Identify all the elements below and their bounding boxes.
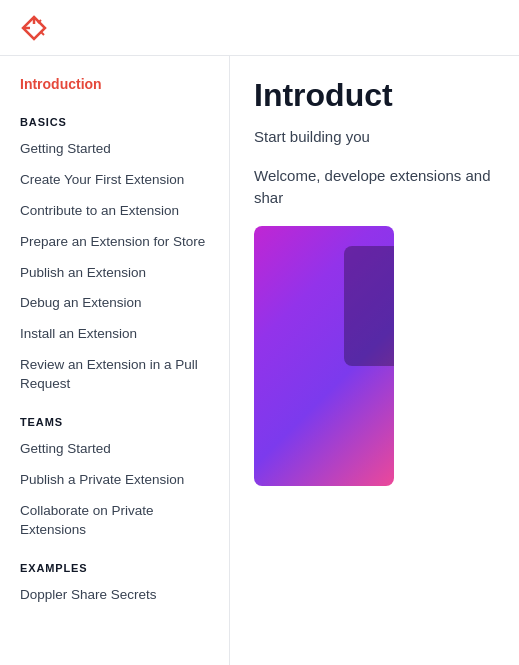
content-welcome: Welcome, develope extensions and shar [254, 165, 495, 210]
main-content: Introduction BASICSGetting StartedCreate… [0, 56, 519, 665]
content-title: Introduct [254, 76, 495, 114]
sidebar-section-label: TEAMS [0, 408, 229, 434]
header [0, 0, 519, 56]
sidebar-active-introduction[interactable]: Introduction [0, 72, 229, 96]
sidebar-link[interactable]: Create Your First Extension [0, 165, 229, 196]
sidebar-link[interactable]: Publish an Extension [0, 258, 229, 289]
sidebar-section-label: BASICS [0, 108, 229, 134]
raycast-logo[interactable] [16, 10, 52, 46]
sidebar-link[interactable]: Publish a Private Extension [0, 465, 229, 496]
sidebar-section-teams: TEAMSGetting StartedPublish a Private Ex… [0, 408, 229, 546]
sidebar-link[interactable]: Contribute to an Extension [0, 196, 229, 227]
sidebar-link[interactable]: Install an Extension [0, 319, 229, 350]
sidebar: Introduction BASICSGetting StartedCreate… [0, 56, 230, 665]
sidebar-section-basics: BASICSGetting StartedCreate Your First E… [0, 108, 229, 400]
sidebar-link[interactable]: Getting Started [0, 434, 229, 465]
content-hero-image [254, 226, 394, 486]
sidebar-section-label: EXAMPLES [0, 554, 229, 580]
sidebar-link[interactable]: Collaborate on Private Extensions [0, 496, 229, 546]
sidebar-link[interactable]: Debug an Extension [0, 288, 229, 319]
sidebar-link[interactable]: Doppler Share Secrets [0, 580, 229, 611]
sidebar-section-examples: EXAMPLESDoppler Share Secrets [0, 554, 229, 611]
content-subtitle: Start building you [254, 126, 495, 149]
content-area: Introduct Start building you Welcome, de… [230, 56, 519, 665]
sidebar-link[interactable]: Review an Extension in a Pull Request [0, 350, 229, 400]
sidebar-link[interactable]: Getting Started [0, 134, 229, 165]
sidebar-link[interactable]: Prepare an Extension for Store [0, 227, 229, 258]
